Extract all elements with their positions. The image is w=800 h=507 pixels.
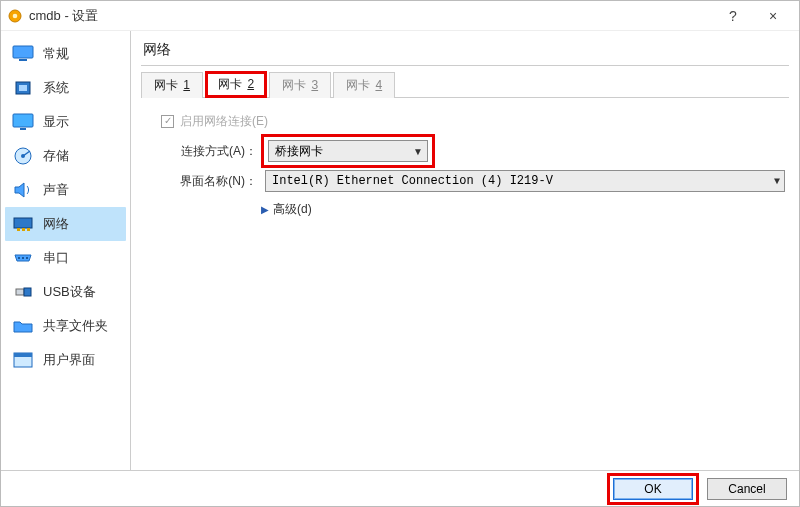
usb-icon (11, 282, 35, 302)
disk-icon (11, 146, 35, 166)
tab-adapter-4[interactable]: 网卡 4 (333, 72, 395, 98)
advanced-label: 高级(d) (273, 201, 312, 218)
sidebar-item-system[interactable]: 系统 (5, 71, 126, 105)
svg-rect-20 (14, 353, 32, 357)
svg-rect-18 (24, 288, 31, 296)
ui-icon (11, 350, 35, 370)
attached-to-value: 桥接网卡 (275, 143, 323, 160)
attached-to-row: 连接方式(A)： 桥接网卡 ▼ (161, 138, 785, 164)
tab-adapter-3[interactable]: 网卡 3 (269, 72, 331, 98)
sidebar-item-ui[interactable]: 用户界面 (5, 343, 126, 377)
sidebar-item-label: 常规 (43, 45, 69, 63)
sidebar-item-shared[interactable]: 共享文件夹 (5, 309, 126, 343)
window-title: cmdb - 设置 (29, 7, 98, 25)
svg-rect-13 (27, 228, 30, 231)
nic-icon (11, 214, 35, 234)
sidebar-item-label: 显示 (43, 113, 69, 131)
ok-button[interactable]: OK (613, 478, 693, 500)
svg-point-14 (18, 257, 20, 259)
sidebar-item-network[interactable]: 网络 (5, 207, 126, 241)
help-button[interactable]: ? (713, 1, 753, 31)
sidebar-item-display[interactable]: 显示 (5, 105, 126, 139)
adapter-tabs: 网卡 1 网卡 2 网卡 3 网卡 4 (141, 72, 789, 98)
sidebar-item-label: 存储 (43, 147, 69, 165)
chevron-down-icon: ▼ (413, 146, 423, 157)
sidebar-item-serial[interactable]: 串口 (5, 241, 126, 275)
dialog-footer: OK Cancel (1, 470, 799, 506)
display-icon (11, 112, 35, 132)
title-bar: cmdb - 设置 ? × (1, 1, 799, 31)
close-button[interactable]: × (753, 1, 793, 31)
sidebar-item-label: 串口 (43, 249, 69, 267)
svg-rect-7 (20, 128, 26, 130)
tab-adapter-1[interactable]: 网卡 1 (141, 72, 203, 98)
enable-network-row: ✓ 启用网络连接(E) (161, 108, 785, 134)
svg-rect-11 (17, 228, 20, 231)
svg-point-15 (22, 257, 24, 259)
serial-icon (11, 248, 35, 268)
content-pane: 网络 网卡 1 网卡 2 网卡 3 网卡 4 ✓ 启用网络连接(E) 连接方式(… (131, 31, 799, 470)
ok-highlight: OK (607, 473, 699, 505)
sidebar-item-usb[interactable]: USB设备 (5, 275, 126, 309)
enable-network-label: 启用网络连接(E) (180, 113, 268, 130)
sidebar-item-label: 共享文件夹 (43, 317, 108, 335)
svg-rect-5 (19, 85, 27, 91)
interface-name-row: 界面名称(N)： Intel(R) Ethernet Connection (4… (161, 168, 785, 194)
attached-to-label: 连接方式(A)： (161, 143, 261, 160)
triangle-right-icon: ▶ (261, 204, 269, 215)
interface-name-select[interactable]: Intel(R) Ethernet Connection (4) I219-V … (265, 170, 785, 192)
folder-icon (11, 316, 35, 336)
main-area: 常规 系统 显示 存储 声音 网络 串口 USB设备 (1, 31, 799, 470)
interface-name-label: 界面名称(N)： (161, 173, 261, 190)
svg-rect-2 (13, 46, 33, 58)
svg-rect-6 (13, 114, 33, 127)
section-title: 网络 (141, 39, 789, 66)
chip-icon (11, 78, 35, 98)
advanced-expander[interactable]: ▶ 高级(d) (261, 198, 785, 220)
svg-rect-10 (14, 218, 32, 228)
cancel-button[interactable]: Cancel (707, 478, 787, 500)
svg-rect-17 (16, 289, 24, 295)
sidebar-item-audio[interactable]: 声音 (5, 173, 126, 207)
app-icon (7, 8, 23, 24)
interface-name-value: Intel(R) Ethernet Connection (4) I219-V (272, 174, 553, 188)
tab-adapter-2[interactable]: 网卡 2 (205, 71, 267, 98)
monitor-icon (11, 44, 35, 64)
enable-network-checkbox[interactable]: ✓ (161, 115, 174, 128)
chevron-down-icon: ▼ (774, 176, 780, 187)
speaker-icon (11, 180, 35, 200)
sidebar-item-label: USB设备 (43, 283, 96, 301)
sidebar-item-storage[interactable]: 存储 (5, 139, 126, 173)
sidebar-item-label: 系统 (43, 79, 69, 97)
svg-rect-3 (19, 59, 27, 61)
attached-to-highlight: 桥接网卡 ▼ (261, 134, 435, 168)
sidebar-item-label: 网络 (43, 215, 69, 233)
adapter-form: ✓ 启用网络连接(E) 连接方式(A)： 桥接网卡 ▼ 界面名称(N)： Int… (141, 98, 789, 220)
settings-sidebar: 常规 系统 显示 存储 声音 网络 串口 USB设备 (1, 31, 131, 470)
svg-point-1 (13, 13, 18, 18)
sidebar-item-label: 用户界面 (43, 351, 95, 369)
svg-rect-12 (22, 228, 25, 231)
sidebar-item-general[interactable]: 常规 (5, 37, 126, 71)
attached-to-select[interactable]: 桥接网卡 ▼ (268, 140, 428, 162)
svg-point-16 (26, 257, 28, 259)
sidebar-item-label: 声音 (43, 181, 69, 199)
